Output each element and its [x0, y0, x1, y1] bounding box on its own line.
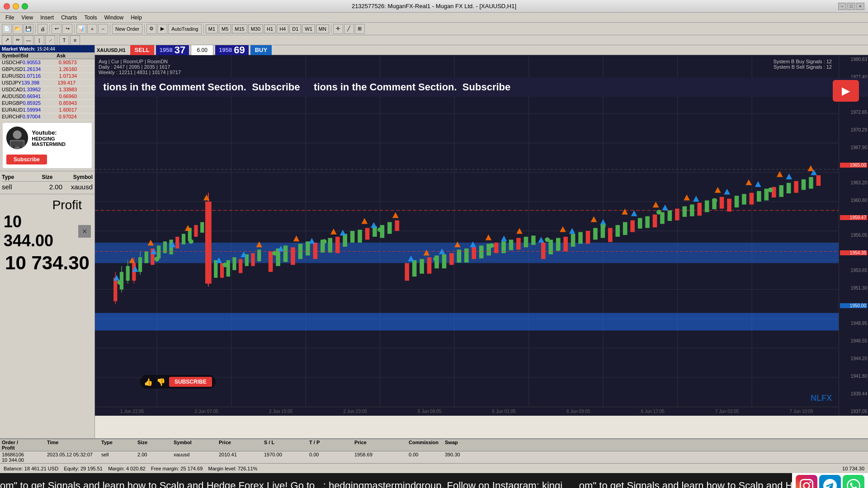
price-1965: 1965.00	[840, 163, 867, 168]
tb-undo[interactable]: ↩	[52, 24, 61, 34]
menu-insert[interactable]: Insert	[37, 13, 57, 22]
svg-rect-27	[95, 313, 839, 331]
mw-row-eurgbp[interactable]: EURGBP 0.85925 0.85943	[0, 100, 94, 107]
menu-help[interactable]: Help	[127, 13, 146, 22]
col-symbol: Symbol	[2, 53, 20, 58]
whatsapp-icon[interactable]	[843, 475, 864, 488]
dislike-button[interactable]: 👎	[156, 378, 165, 386]
tb-expert[interactable]: ⚙	[146, 24, 156, 34]
svg-rect-93	[516, 238, 521, 250]
telegram-icon[interactable]	[819, 475, 841, 488]
menu-charts[interactable]: Charts	[57, 13, 80, 22]
tb-fib[interactable]: ⊞	[355, 24, 365, 34]
tb-open[interactable]: 📂	[13, 24, 23, 34]
svg-rect-122	[735, 196, 739, 207]
win-close[interactable]: ×	[856, 3, 864, 10]
col-tp: T / P	[309, 440, 354, 445]
tb-zoom-in[interactable]: +	[87, 24, 97, 34]
svg-rect-78	[405, 263, 409, 281]
svg-rect-66	[313, 243, 318, 259]
profit-total: 10 734.30	[4, 250, 91, 276]
sell-button[interactable]: SELL	[130, 45, 154, 55]
mw-ask: 0.66960	[59, 94, 95, 99]
svg-rect-55	[232, 257, 236, 270]
tf-m1[interactable]: M1	[206, 24, 218, 33]
maximize-button[interactable]	[22, 3, 28, 9]
market-watch-title: Market Watch:	[2, 46, 37, 52]
menu-tools[interactable]: Tools	[81, 13, 101, 22]
svg-rect-130	[794, 181, 798, 193]
window-controls[interactable]	[4, 3, 28, 9]
tb-arrow[interactable]: ↗	[2, 35, 12, 45]
order-row[interactable]: 18686106 2023.05.12 05:32:07 sell 2.00 x…	[0, 451, 868, 463]
mw-row-audusd[interactable]: AUDUSD 0.66941 0.66960	[0, 93, 94, 100]
new-order-button[interactable]: New Order	[112, 24, 142, 34]
profit-close-button[interactable]: ×	[78, 225, 91, 238]
tb-vline[interactable]: |	[34, 35, 44, 45]
tf-h4[interactable]: H4	[277, 24, 288, 33]
win-restore[interactable]: □	[847, 3, 855, 10]
chart-svg	[95, 55, 839, 407]
win-minimize[interactable]: −	[838, 3, 846, 10]
tb-save[interactable]: 💾	[24, 24, 33, 34]
svg-rect-46	[182, 234, 185, 244]
svg-point-4	[13, 145, 15, 148]
tb-trendline[interactable]: ⟋	[45, 35, 55, 45]
svg-rect-109	[638, 218, 642, 228]
like-button[interactable]: 👍	[144, 378, 153, 386]
tb-line[interactable]: ╱	[344, 24, 354, 34]
instagram-icon[interactable]	[796, 475, 817, 488]
menu-file[interactable]: File	[2, 13, 18, 22]
minimize-button[interactable]	[13, 3, 19, 9]
tb-hline[interactable]: —	[24, 35, 33, 45]
tb-crosshair[interactable]: ✛	[333, 24, 343, 34]
tb-chart[interactable]: 📊	[76, 24, 86, 34]
win-buttons[interactable]: − □ ×	[838, 3, 864, 10]
tb-fib2[interactable]: ≡	[70, 35, 80, 45]
mw-ask: 1.60017	[59, 107, 95, 113]
svg-point-180	[117, 280, 122, 285]
profit-label: Profit	[4, 198, 91, 212]
tf-mn[interactable]: MN	[316, 24, 329, 33]
tb-pen[interactable]: ✏	[13, 35, 23, 45]
mw-row-usdchf[interactable]: USDCHF 0.90553 0.90573	[0, 59, 94, 66]
buy-button[interactable]: BUY	[250, 45, 272, 55]
tf-m15[interactable]: M15	[232, 24, 247, 33]
tb-script[interactable]: ▶	[157, 24, 167, 34]
price-1950: 1950.00	[840, 303, 867, 308]
tf-m5[interactable]: M5	[219, 24, 231, 33]
tb-zoom-out[interactable]: −	[98, 24, 108, 34]
tb-redo[interactable]: ↪	[62, 24, 72, 34]
subscribe-popup-button[interactable]: SUBSCRIBE	[169, 377, 212, 387]
tb-text[interactable]: T	[59, 35, 69, 45]
price-1941: 1941.80	[840, 374, 867, 379]
mw-row-gbpusd[interactable]: GBPUSD 1.26134 1.26160	[0, 66, 94, 73]
tf-d1[interactable]: D1	[289, 24, 301, 33]
autotrading-button[interactable]: AutoTrading	[168, 24, 202, 34]
status-profit: 10 734.30	[842, 466, 864, 471]
yt-chart-button[interactable]: ▶	[833, 80, 859, 102]
mw-ask: 139.417	[57, 80, 94, 85]
price-1963: 1963.20	[840, 180, 867, 185]
menu-window[interactable]: Window	[101, 13, 127, 22]
tb-print[interactable]: 🖨	[38, 24, 47, 34]
svg-point-183	[222, 263, 227, 267]
menu-view[interactable]: View	[18, 13, 37, 22]
tf-h1[interactable]: H1	[264, 24, 276, 33]
close-button[interactable]	[4, 3, 10, 9]
tf-m30[interactable]: M30	[248, 24, 263, 33]
yt-channel-info: Youtube: HEDGING MASTERMIND	[32, 129, 88, 147]
tf-w1[interactable]: W1	[302, 24, 315, 33]
mw-row-usdjpy[interactable]: USDJPY 139.398 139.417	[0, 80, 94, 86]
svg-rect-123	[742, 194, 746, 204]
mw-column-headers: Symbol Bid Ask	[0, 52, 94, 59]
mw-row-euraud[interactable]: EURAUD 1.59994 1.60017	[0, 107, 94, 113]
lot-size-input[interactable]	[191, 45, 213, 56]
mw-row-eurchf[interactable]: EURCHF 0.97004 0.97024	[0, 113, 94, 120]
subscribe-button[interactable]: Subscribe	[6, 155, 47, 164]
mw-bid: 1.33962	[23, 87, 59, 92]
mw-row-usdcad[interactable]: USDCAD 1.33962 1.33983	[0, 86, 94, 93]
mw-row-eurusd[interactable]: EURUSD 1.07116 1.07134	[0, 73, 94, 80]
tb-new[interactable]: 📄	[2, 24, 12, 34]
mw-symbol: EURUSD	[2, 73, 23, 79]
